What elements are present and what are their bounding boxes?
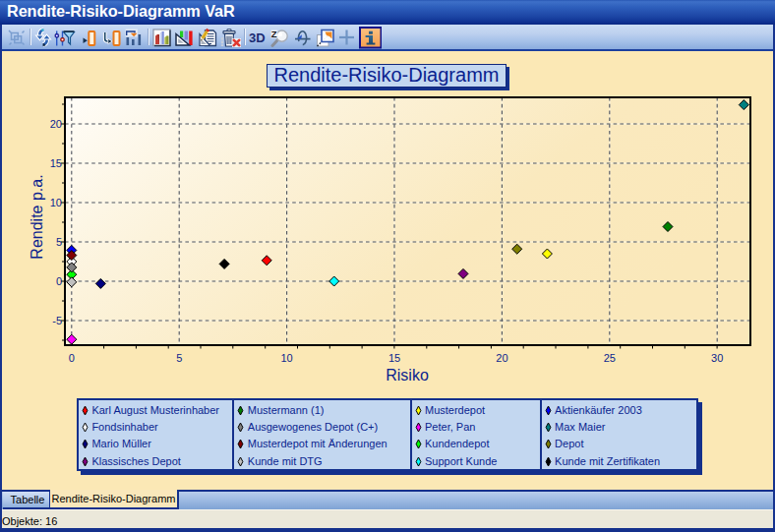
- svg-text:20: 20: [496, 352, 507, 364]
- svg-text:10: 10: [50, 197, 62, 208]
- svg-text:Z: Z: [271, 29, 277, 39]
- svg-text:10: 10: [280, 352, 292, 364]
- svg-text:Risiko: Risiko: [386, 367, 429, 384]
- svg-text:5: 5: [176, 352, 182, 364]
- svg-text:0: 0: [56, 275, 62, 287]
- svg-text:Rendite p.a.: Rendite p.a.: [29, 174, 45, 259]
- svg-text:0: 0: [69, 352, 75, 364]
- svg-text:-5: -5: [52, 315, 62, 326]
- svg-text:20: 20: [50, 118, 62, 130]
- svg-text:5: 5: [56, 236, 62, 248]
- svg-text:30: 30: [711, 352, 723, 364]
- svg-text:25: 25: [604, 352, 616, 364]
- svg-text:15: 15: [50, 157, 62, 169]
- svg-text:15: 15: [388, 352, 400, 364]
- svg-text:3D: 3D: [249, 30, 266, 45]
